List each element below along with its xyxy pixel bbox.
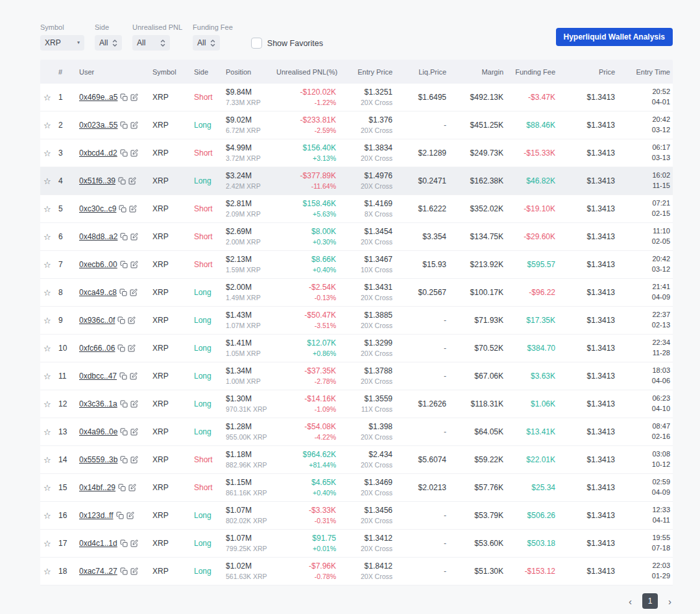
star-icon[interactable]: ☆ bbox=[40, 455, 56, 465]
user-address-link[interactable]: 0x023a..55 bbox=[79, 121, 117, 130]
hyperliquid-wallet-analysis-button[interactable]: Hyperliquid Wallet Analysis bbox=[556, 28, 673, 46]
star-icon[interactable]: ☆ bbox=[40, 93, 56, 102]
funding-fee-filter-label: Funding Fee bbox=[193, 23, 233, 31]
unrealised-pnl-percent: -4.22% bbox=[276, 433, 336, 442]
copy-icon[interactable] bbox=[116, 512, 124, 519]
copy-icon[interactable] bbox=[120, 428, 128, 436]
edit-icon[interactable] bbox=[130, 149, 138, 157]
user-address-link[interactable]: 0x4a96..0e bbox=[79, 427, 117, 436]
table-row: ☆40x51f6..39XRPLong$3.24M2.42M XRP-$377.… bbox=[40, 167, 673, 195]
entry-price-value: $1.3834 bbox=[339, 143, 392, 153]
user-address-link[interactable]: 0x48d8..a2 bbox=[79, 232, 117, 241]
edit-icon[interactable] bbox=[130, 93, 138, 101]
user-address-link[interactable]: 0x123d..ff bbox=[79, 511, 114, 520]
edit-icon[interactable] bbox=[128, 177, 136, 185]
edit-icon[interactable] bbox=[130, 121, 138, 129]
star-icon[interactable]: ☆ bbox=[40, 288, 56, 298]
user-address-link[interactable]: 0xbcd4..d2 bbox=[79, 148, 117, 158]
user-address-link[interactable]: 0xac74..27 bbox=[79, 567, 117, 576]
copy-icon[interactable] bbox=[120, 233, 128, 241]
copy-icon[interactable] bbox=[120, 456, 128, 464]
show-favorites-toggle[interactable]: Show Favorites bbox=[251, 38, 323, 51]
user-address-link[interactable]: 0xecb6..00 bbox=[79, 260, 117, 269]
funding-fee-select[interactable]: All bbox=[193, 35, 220, 51]
star-icon[interactable]: ☆ bbox=[40, 427, 56, 437]
copy-icon[interactable] bbox=[120, 121, 128, 129]
copy-icon[interactable] bbox=[120, 400, 128, 408]
edit-icon[interactable] bbox=[130, 456, 138, 464]
show-favorites-checkbox[interactable] bbox=[251, 38, 262, 49]
copy-icon[interactable] bbox=[118, 484, 126, 491]
leverage-value: 20X Cross bbox=[339, 349, 392, 359]
column-header-position: Position bbox=[219, 68, 276, 76]
edit-icon[interactable] bbox=[128, 344, 136, 352]
side-select[interactable]: All bbox=[95, 35, 122, 51]
star-icon[interactable]: ☆ bbox=[40, 176, 56, 186]
copy-icon[interactable] bbox=[118, 177, 126, 185]
user-address-link[interactable]: 0x51f6..39 bbox=[79, 176, 115, 185]
user-address-link[interactable]: 0x14bf..29 bbox=[79, 483, 115, 492]
edit-icon[interactable] bbox=[130, 372, 138, 380]
user-address-link[interactable]: 0xd4c1..1d bbox=[79, 539, 117, 548]
user-address-link[interactable]: 0x469e..a5 bbox=[79, 93, 117, 102]
star-icon[interactable]: ☆ bbox=[40, 260, 56, 270]
star-icon[interactable]: ☆ bbox=[40, 567, 56, 576]
chevron-left-icon[interactable]: ‹ bbox=[629, 596, 632, 606]
copy-icon[interactable] bbox=[120, 93, 128, 101]
edit-icon[interactable] bbox=[130, 400, 138, 408]
entry-price-value: $1.3885 bbox=[339, 311, 392, 320]
user-address-link[interactable]: 0x5559..3b bbox=[79, 455, 117, 464]
star-icon[interactable]: ☆ bbox=[40, 344, 56, 353]
user-address-link[interactable]: 0xdbcc..47 bbox=[79, 372, 117, 381]
edit-icon[interactable] bbox=[127, 512, 134, 519]
copy-icon[interactable] bbox=[119, 372, 127, 380]
star-icon[interactable]: ☆ bbox=[40, 511, 56, 521]
star-icon[interactable]: ☆ bbox=[40, 232, 56, 242]
user-address-link[interactable]: 0x936c..0f bbox=[79, 316, 115, 325]
symbol-value: XRP bbox=[148, 121, 188, 130]
edit-icon[interactable] bbox=[128, 484, 136, 491]
unrealised-pnl-cell: -$54.08K-4.22% bbox=[276, 422, 339, 442]
edit-icon[interactable] bbox=[130, 539, 138, 547]
star-icon[interactable]: ☆ bbox=[40, 399, 56, 409]
edit-icon[interactable] bbox=[130, 428, 138, 436]
edit-icon[interactable] bbox=[129, 205, 137, 213]
star-icon[interactable]: ☆ bbox=[40, 204, 56, 214]
unrealised-pnl-select[interactable]: All bbox=[132, 35, 170, 51]
copy-icon[interactable] bbox=[120, 539, 128, 547]
copy-icon[interactable] bbox=[120, 567, 128, 575]
star-icon[interactable]: ☆ bbox=[40, 483, 56, 493]
symbol-select[interactable]: XRP ▾ bbox=[40, 35, 84, 51]
user-address-link[interactable]: 0x3c36..1a bbox=[79, 399, 117, 408]
page-1-button[interactable]: 1 bbox=[642, 593, 658, 609]
edit-icon[interactable] bbox=[130, 567, 138, 575]
price-value: $1.3413 bbox=[558, 427, 618, 437]
star-icon[interactable]: ☆ bbox=[40, 316, 56, 325]
user-address-link[interactable]: 0xc30c..c9 bbox=[79, 204, 116, 213]
star-icon[interactable]: ☆ bbox=[40, 372, 56, 381]
star-icon[interactable]: ☆ bbox=[40, 539, 56, 549]
user-address-link[interactable]: 0xca49..c8 bbox=[79, 288, 117, 297]
edit-icon[interactable] bbox=[130, 261, 138, 268]
star-icon[interactable]: ☆ bbox=[40, 148, 56, 158]
edit-icon[interactable] bbox=[128, 316, 136, 324]
side-value: Long bbox=[188, 316, 219, 325]
copy-icon[interactable] bbox=[120, 149, 128, 157]
edit-icon[interactable] bbox=[130, 289, 138, 296]
star-icon[interactable]: ☆ bbox=[40, 121, 56, 130]
copy-icon[interactable] bbox=[119, 289, 127, 296]
position-cell: $1.28M955.00K XRP bbox=[219, 422, 276, 442]
chevron-right-icon[interactable]: › bbox=[668, 596, 671, 606]
position-cell: $1.02M561.63K XRP bbox=[219, 561, 276, 582]
copy-icon[interactable] bbox=[117, 344, 125, 352]
user-address-link[interactable]: 0xfc66..06 bbox=[79, 344, 115, 353]
funding-fee-value: $384.70 bbox=[506, 344, 558, 353]
copy-icon[interactable] bbox=[117, 316, 125, 324]
edit-icon[interactable] bbox=[130, 233, 138, 241]
copy-icon[interactable] bbox=[119, 205, 127, 213]
copy-icon[interactable] bbox=[120, 261, 128, 268]
unrealised-pnl-value: -$377.89K bbox=[276, 171, 336, 181]
unrealised-pnl-value: $158.46K bbox=[276, 199, 336, 209]
entry-time-value: 02:59 bbox=[618, 477, 670, 488]
table-row: ☆50xc30c..c9XRPShort$2.81M2.09M XRP$158.… bbox=[40, 195, 673, 223]
